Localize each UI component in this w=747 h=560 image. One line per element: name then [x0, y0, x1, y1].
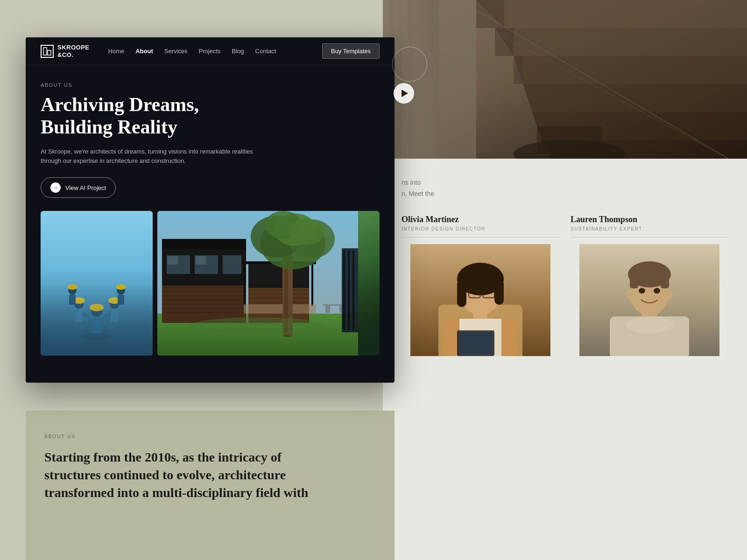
- team-intro-text2: n. Meet the: [402, 189, 728, 200]
- bottom-text: Starting from the 2010s, as the intricac…: [44, 448, 324, 501]
- navbar: SKROOPE &CO. Home About Services Project…: [26, 37, 395, 65]
- view-btn-label: View AI Project: [65, 184, 106, 191]
- svg-rect-51: [284, 253, 288, 337]
- member-photo-olivia: [402, 244, 559, 356]
- svg-rect-3: [41, 211, 153, 356]
- nav-contact[interactable]: Contact: [255, 48, 276, 55]
- svg-rect-30: [162, 304, 246, 305]
- svg-rect-40: [248, 288, 309, 323]
- svg-point-5: [91, 306, 102, 317]
- svg-point-53: [251, 216, 302, 258]
- nav-home[interactable]: Home: [108, 48, 125, 55]
- svg-point-57: [289, 219, 324, 245]
- svg-rect-105: [661, 274, 669, 288]
- svg-rect-43: [248, 298, 309, 299]
- hero-images: [26, 211, 395, 369]
- svg-rect-47: [244, 264, 246, 306]
- svg-rect-48: [311, 264, 313, 306]
- svg-point-108: [639, 288, 645, 294]
- svg-rect-23: [157, 314, 358, 356]
- svg-point-11: [73, 297, 85, 304]
- svg-point-54: [288, 219, 335, 259]
- member-role-olivia: INTERIOR DESIGN DIRECTOR: [402, 226, 559, 238]
- svg-rect-62: [343, 251, 345, 330]
- logo: SKROOPE &CO.: [41, 44, 90, 58]
- svg-point-7: [90, 304, 104, 311]
- nav-services[interactable]: Services: [164, 48, 188, 55]
- svg-point-16: [68, 286, 77, 294]
- svg-rect-18: [69, 294, 76, 305]
- house-image: [157, 211, 380, 356]
- hero-title-line1: Archiving Dreams,: [41, 94, 199, 115]
- svg-point-19: [117, 286, 125, 294]
- svg-rect-33: [167, 255, 190, 274]
- svg-point-65: [188, 317, 328, 336]
- svg-rect-50: [282, 253, 293, 337]
- svg-point-56: [265, 211, 302, 239]
- svg-rect-41: [248, 289, 309, 290]
- svg-rect-35: [223, 255, 241, 274]
- team-intro: ns into n. Meet the: [402, 177, 728, 200]
- nav-links: Home About Services Projects Blog Contac…: [108, 48, 322, 55]
- svg-point-13: [110, 300, 119, 309]
- arrow-icon: →: [50, 182, 61, 193]
- nav-blog[interactable]: Blog: [232, 48, 244, 55]
- svg-rect-34: [195, 255, 218, 274]
- svg-rect-44: [248, 302, 309, 303]
- svg-rect-27: [162, 291, 246, 292]
- svg-rect-45: [248, 306, 309, 307]
- svg-rect-61: [342, 248, 358, 332]
- svg-rect-64: [352, 251, 354, 330]
- team-member-lauren: Lauren Thompson SUSTAINABILITY EXPERT: [571, 215, 728, 356]
- buy-templates-button[interactable]: Buy Templates: [322, 43, 380, 59]
- svg-point-52: [260, 218, 325, 269]
- svg-point-109: [654, 288, 660, 294]
- svg-rect-104: [630, 274, 638, 288]
- svg-rect-42: [248, 294, 309, 294]
- svg-rect-28: [162, 295, 246, 296]
- member-photo-lauren: [571, 244, 728, 356]
- svg-rect-59: [325, 306, 330, 313]
- svg-rect-49: [244, 304, 316, 314]
- hero-title-line2: Building Reality: [41, 116, 177, 138]
- svg-rect-32: [162, 312, 246, 313]
- bottom-about-label: ABOUT US: [44, 434, 376, 439]
- svg-rect-0: [43, 48, 47, 55]
- bottom-about-section: ABOUT US Starting from the 2010s, as the…: [26, 411, 395, 560]
- svg-line-8: [82, 313, 92, 321]
- interior-photo-panel: Design for h Living: [383, 0, 747, 159]
- about-label: ABOUT US: [41, 82, 380, 88]
- team-intro-text1: ns into: [402, 177, 728, 189]
- svg-point-10: [74, 300, 84, 309]
- nav-projects[interactable]: Projects: [199, 48, 221, 55]
- svg-rect-6: [92, 317, 101, 333]
- svg-rect-22: [157, 211, 358, 314]
- logo-icon: [41, 45, 54, 58]
- svg-rect-90: [457, 279, 466, 307]
- nav-about[interactable]: About: [135, 48, 153, 55]
- svg-rect-15: [111, 309, 118, 322]
- member-name-olivia: Olivia Martinez: [402, 215, 559, 224]
- svg-rect-21: [118, 294, 124, 305]
- svg-rect-1: [48, 50, 51, 55]
- svg-point-20: [116, 284, 126, 290]
- svg-rect-38: [162, 239, 246, 249]
- view-ai-project-button[interactable]: → View AI Project: [41, 177, 116, 198]
- svg-rect-12: [75, 309, 83, 322]
- member-name-lauren: Lauren Thompson: [571, 215, 728, 224]
- svg-point-17: [67, 284, 78, 290]
- svg-point-14: [108, 297, 120, 304]
- svg-point-107: [666, 290, 672, 299]
- play-button[interactable]: [394, 83, 414, 104]
- svg-rect-25: [162, 286, 246, 323]
- svg-point-106: [627, 290, 633, 299]
- team-grid: Olivia Martinez INTERIOR DESIGN DIRECTOR: [402, 215, 728, 356]
- svg-rect-39: [248, 262, 309, 323]
- play-icon: [402, 90, 408, 97]
- member-role-lauren: SUSTAINABILITY EXPERT: [571, 226, 728, 238]
- svg-rect-99: [459, 332, 493, 354]
- svg-point-111: [626, 316, 673, 333]
- main-website-panel: SKROOPE &CO. Home About Services Project…: [26, 37, 395, 383]
- svg-point-55: [274, 213, 316, 246]
- svg-rect-31: [162, 308, 246, 309]
